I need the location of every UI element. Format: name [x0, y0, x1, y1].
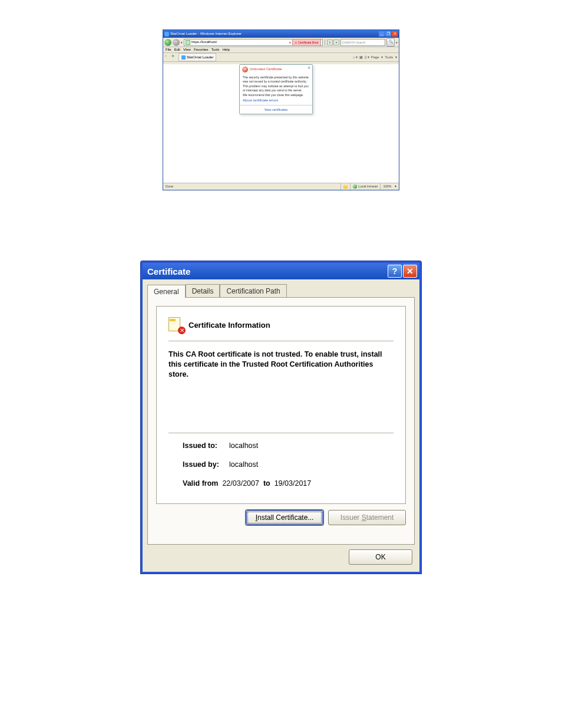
print-button[interactable]: ⎙▾	[365, 55, 369, 60]
protected-mode-cell	[340, 183, 350, 190]
window-buttons: _ ❐ ✕	[379, 31, 398, 37]
issued-by-label: Issued by:	[183, 460, 225, 469]
cert-error-callout: ✕ ✕ Untrusted Certificate The security c…	[239, 64, 313, 114]
feeds-button[interactable]: ▦	[359, 55, 363, 60]
internet-zone-icon	[353, 185, 357, 189]
install-label-rest: nstall Certificate...	[257, 513, 313, 522]
back-button[interactable]: ←	[164, 39, 171, 46]
valid-from-value: 22/03/2007	[222, 479, 259, 487]
status-bar: Done Local intranet 100% ▾	[163, 183, 399, 190]
help-button[interactable]: ?	[388, 265, 402, 278]
callout-p3: We recommend that you close this webpage…	[243, 93, 309, 97]
nav-bar: ← → ▾ https://localhost/ ▾ ⚠ Certificate…	[163, 38, 399, 47]
callout-p2: This problem may indicate an attempt to …	[243, 84, 309, 92]
issued-to-row: Issued to: localhost	[183, 442, 394, 450]
menu-view[interactable]: View	[183, 48, 191, 52]
divider	[168, 433, 394, 433]
dialog-title: Certificate	[147, 266, 190, 276]
tab-certification-path[interactable]: Certification Path	[220, 284, 286, 297]
titlebar: SiteOmat Loader - Windows Internet Explo…	[163, 30, 399, 38]
tab-bar: ★ ✚ SiteOmat Loader ⌂▾ ▦ ⎙▾ Page ▾ Tools…	[163, 53, 399, 62]
shield-icon: ⚠	[295, 41, 297, 44]
cert-info-header: Certificate Information	[189, 321, 270, 330]
tab-details[interactable]: Details	[186, 284, 220, 297]
issued-to-value: localhost	[229, 442, 258, 450]
valid-from-label: Valid from	[183, 479, 218, 487]
tab-general[interactable]: General	[147, 285, 186, 298]
stop-button[interactable]: ✕	[333, 39, 339, 45]
refresh-button[interactable]: ↻	[327, 39, 333, 45]
menu-bar: File Edit View Favorites Tools Help	[163, 47, 399, 53]
window-title: SiteOmat Loader - Windows Internet Explo…	[170, 32, 242, 36]
issued-by-value: localhost	[229, 460, 258, 469]
cert-info-box: ✕ Certificate Information This CA Root c…	[156, 306, 406, 504]
view-certificates-button[interactable]: View certificates	[240, 105, 312, 114]
tab-siteomat-loader[interactable]: SiteOmat Loader	[178, 53, 216, 61]
forward-button[interactable]: →	[173, 39, 180, 46]
page-menu[interactable]: Page ▾	[371, 55, 384, 60]
valid-to-value: 19/03/2017	[275, 479, 312, 487]
minimize-button[interactable]: _	[379, 31, 385, 37]
home-button[interactable]: ⌂▾	[353, 55, 358, 60]
nav-history-dd[interactable]: ▾	[181, 41, 183, 44]
valid-row: Valid from 22/03/2007 to 19/03/2017	[183, 479, 394, 487]
certificate-error-badge[interactable]: ⚠ Certificate Error	[292, 39, 321, 46]
cert-warning-message: This CA Root certificate is not trusted.…	[168, 350, 394, 380]
menu-favorites[interactable]: Favorites	[194, 48, 209, 52]
about-cert-errors-link[interactable]: About certificate errors	[243, 98, 309, 103]
ie-window: SiteOmat Loader - Windows Internet Explo…	[163, 29, 399, 190]
issued-to-label: Issued to:	[183, 442, 225, 450]
valid-to-label: to	[263, 479, 270, 487]
address-bar[interactable]: https://localhost/ ▾ ⚠ Certificate Error	[184, 39, 323, 46]
menu-edit[interactable]: Edit	[174, 48, 180, 52]
favorites-center-button[interactable]: ★	[164, 54, 170, 60]
install-certificate-button[interactable]: Install Certificate...	[246, 510, 323, 525]
divider	[168, 341, 394, 341]
callout-p1: The security certificate presented by th…	[243, 75, 309, 83]
status-text: Done	[163, 185, 176, 189]
dialog-titlebar: Certificate ? ✕	[143, 263, 419, 279]
ok-button[interactable]: OK	[349, 549, 412, 565]
shield-icon	[343, 185, 348, 189]
issued-by-row: Issued by: localhost	[183, 460, 394, 469]
issuer-statement-button: Issuer Statement	[328, 510, 406, 525]
maximize-button[interactable]: ❐	[385, 31, 391, 37]
zoom-cell[interactable]: 100% ▾	[380, 183, 399, 190]
zone-label: Local intranet	[358, 185, 378, 189]
add-favorites-button[interactable]: ✚	[171, 54, 177, 60]
tools-menu[interactable]: Tools ▾	[385, 55, 397, 60]
callout-close-button[interactable]: ✕	[308, 66, 310, 70]
certificate-error-icon: ✕	[168, 317, 184, 332]
menu-file[interactable]: File	[166, 48, 171, 52]
zone-cell: Local intranet	[350, 183, 380, 190]
callout-title: Untrusted Certificate	[250, 67, 282, 71]
lock-icon	[186, 40, 190, 45]
shield-error-icon: ✕	[242, 67, 248, 73]
tab-label: SiteOmat Loader	[187, 55, 213, 60]
ie-icon	[164, 32, 169, 37]
zoom-value: 100%	[383, 185, 391, 189]
menu-tools[interactable]: Tools	[211, 48, 220, 52]
cert-error-label: Certificate Error	[298, 41, 319, 44]
url-text: https://localhost/	[191, 40, 288, 44]
zoom-dd: ▾	[395, 185, 396, 189]
menu-help[interactable]: Help	[223, 48, 230, 52]
search-dd[interactable]: ▾	[396, 41, 398, 44]
close-button[interactable]: ✕	[392, 31, 398, 37]
url-dd[interactable]: ▾	[289, 41, 291, 44]
search-button[interactable]: 🔍	[386, 38, 395, 47]
search-input[interactable]: DAEMON Search	[340, 39, 385, 46]
command-bar: ⌂▾ ▦ ⎙▾ Page ▾ Tools ▾	[353, 55, 399, 60]
tabs: General Details Certification Path	[147, 284, 415, 297]
certificate-dialog: Certificate ? ✕ General Details Certific…	[141, 261, 421, 574]
close-button[interactable]: ✕	[403, 265, 417, 278]
tab-panel-general: ✕ Certificate Information This CA Root c…	[147, 297, 415, 545]
ie-icon	[181, 55, 186, 60]
page-content: ✕ ✕ Untrusted Certificate The security c…	[163, 64, 399, 183]
